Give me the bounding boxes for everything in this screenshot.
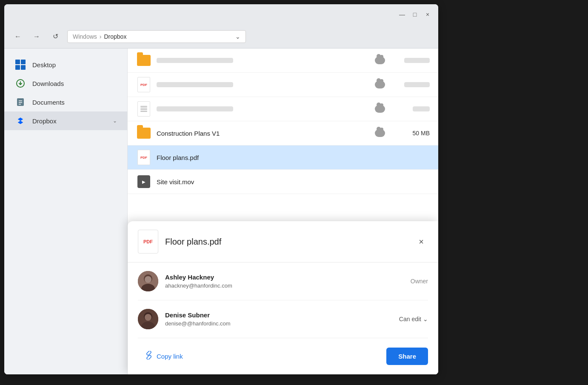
folder-icon xyxy=(136,53,151,68)
permission-chevron-icon: ⌄ xyxy=(423,316,428,322)
title-bar-controls: — □ × xyxy=(398,11,431,18)
svg-point-8 xyxy=(145,276,151,283)
folder-icon xyxy=(136,125,151,141)
sync-status xyxy=(369,105,391,113)
table-row[interactable]: ▶ Site visit.mov xyxy=(128,170,438,194)
user-role-owner: Owner xyxy=(411,278,428,285)
table-row[interactable]: PDF Floor plans.pdf xyxy=(128,145,438,170)
maximize-button[interactable]: □ xyxy=(411,11,419,18)
dropbox-icon xyxy=(14,115,26,127)
back-button[interactable]: ← xyxy=(11,30,25,43)
address-separator: › xyxy=(100,33,102,40)
desktop-icon xyxy=(14,59,26,71)
user-info: Denise Subner denise@@hanfordinc.com xyxy=(165,311,392,327)
share-panel-footer: Copy link Share xyxy=(128,338,438,374)
share-panel-close-button[interactable]: × xyxy=(414,235,428,248)
address-chevron-icon: ⌄ xyxy=(235,33,240,40)
svg-point-12 xyxy=(145,314,151,321)
zip-icon xyxy=(136,101,151,117)
address-bar[interactable]: Windows › Dropbox ⌄ xyxy=(67,30,246,43)
sidebar-documents-label: Documents xyxy=(32,99,65,106)
user-name: Denise Subner xyxy=(165,311,392,319)
copy-link-button[interactable]: Copy link xyxy=(138,347,190,366)
file-size xyxy=(396,106,430,111)
permission-label: Can edit xyxy=(399,316,421,322)
user-name: Ashley Hackney xyxy=(165,274,404,281)
sidebar-dropbox-label: Dropbox xyxy=(32,117,57,125)
nav-bar: ← → ↺ Windows › Dropbox ⌄ xyxy=(4,25,438,48)
share-panel-content: Ashley Hackney ahackney@hanfordinc.com O… xyxy=(128,262,438,338)
close-button[interactable]: × xyxy=(424,11,431,18)
pdf-icon: PDF xyxy=(136,150,151,165)
table-row[interactable] xyxy=(128,48,438,73)
sidebar-item-documents[interactable]: Documents xyxy=(4,93,127,111)
video-icon: ▶ xyxy=(136,174,151,189)
documents-icon xyxy=(14,96,26,108)
sync-status xyxy=(369,81,391,88)
share-file-icon: PDF xyxy=(138,230,158,254)
sidebar: Desktop Downloads xyxy=(4,48,128,374)
file-name: Construction Plans V1 xyxy=(157,130,364,137)
avatar xyxy=(138,309,158,329)
table-row[interactable]: Construction Plans V1 50 MB xyxy=(128,121,438,145)
share-panel: PDF Floor plans.pdf × Ashley Hackney xyxy=(128,221,438,374)
table-row[interactable] xyxy=(128,97,438,121)
svg-rect-1 xyxy=(17,98,24,106)
share-button[interactable]: Share xyxy=(386,348,428,365)
file-size xyxy=(396,82,430,87)
user-email: denise@@hanfordinc.com xyxy=(165,320,392,327)
user-email: ahackney@hanfordinc.com xyxy=(165,282,404,289)
user-permission-dropdown[interactable]: Can edit ⌄ xyxy=(399,316,428,322)
forward-button[interactable]: → xyxy=(30,30,43,43)
share-user-row: Ashley Hackney ahackney@hanfordinc.com O… xyxy=(138,262,428,300)
file-name xyxy=(157,58,364,63)
table-row[interactable]: PDF xyxy=(128,73,438,97)
sync-status xyxy=(369,57,391,64)
link-icon xyxy=(145,351,153,362)
title-bar: — □ × xyxy=(4,4,438,25)
file-name xyxy=(157,82,364,87)
downloads-icon xyxy=(14,77,26,89)
sidebar-item-dropbox[interactable]: Dropbox ⌄ xyxy=(4,111,127,130)
app-window: — □ × ← → ↺ Windows › Dropbox ⌄ xyxy=(4,4,438,374)
file-name xyxy=(157,106,364,111)
sidebar-item-downloads[interactable]: Downloads xyxy=(4,74,127,93)
user-info: Ashley Hackney ahackney@hanfordinc.com xyxy=(165,274,404,289)
address-part-2: Dropbox xyxy=(104,33,126,40)
file-name: Floor plans.pdf xyxy=(157,154,364,161)
minimize-button[interactable]: — xyxy=(398,11,406,18)
refresh-button[interactable]: ↺ xyxy=(49,30,62,43)
sidebar-desktop-label: Desktop xyxy=(32,61,56,68)
file-size: 50 MB xyxy=(396,130,430,137)
pdf-icon: PDF xyxy=(136,77,151,92)
avatar xyxy=(138,271,158,291)
sidebar-dropbox-chevron-icon: ⌄ xyxy=(113,118,117,124)
file-size xyxy=(396,58,430,63)
copy-link-label: Copy link xyxy=(157,353,183,360)
sidebar-item-desktop[interactable]: Desktop xyxy=(4,55,127,74)
share-panel-title: Floor plans.pdf xyxy=(165,237,408,247)
address-part-1: Windows xyxy=(73,33,97,40)
sidebar-downloads-label: Downloads xyxy=(32,80,64,87)
sync-status xyxy=(369,129,391,137)
share-panel-header: PDF Floor plans.pdf × xyxy=(128,221,438,262)
share-user-row: Denise Subner denise@@hanfordinc.com Can… xyxy=(138,300,428,338)
file-name: Site visit.mov xyxy=(157,178,364,185)
